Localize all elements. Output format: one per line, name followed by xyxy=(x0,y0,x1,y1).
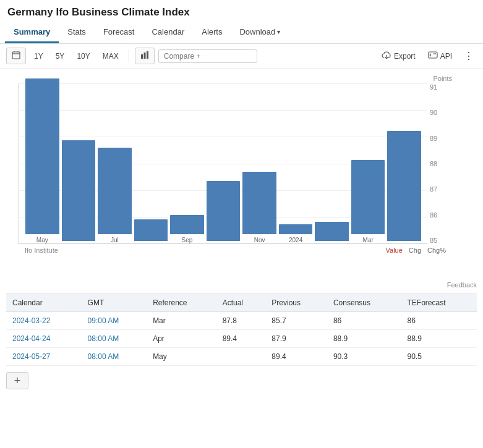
svg-rect-6 xyxy=(147,51,148,59)
table-row: 2024-04-2408:00 AMApr89.487.988.988.9 xyxy=(6,330,477,348)
table-header-row: Calendar GMT Reference Actual Previous C… xyxy=(6,294,477,312)
export-text: Export xyxy=(394,52,416,61)
bar[interactable] xyxy=(242,172,276,234)
td-te-forecast: 86 xyxy=(401,312,477,330)
td-reference: Apr xyxy=(147,330,216,348)
feedback-button[interactable]: Feedback xyxy=(0,280,483,294)
y-axis-label: Points xyxy=(19,75,452,82)
svg-rect-4 xyxy=(141,54,143,59)
calendar-table: Calendar GMT Reference Actual Previous C… xyxy=(6,294,477,366)
td-gmt: 08:00 AM xyxy=(82,330,147,348)
add-row-button[interactable]: + xyxy=(6,372,28,389)
y-label-91: 91 xyxy=(430,83,452,91)
bar[interactable] xyxy=(170,215,204,234)
y-label-86: 86 xyxy=(430,211,452,219)
bar-chart-icon xyxy=(140,51,149,61)
toolbar: 1Y 5Y 10Y MAX Value Export xyxy=(0,44,483,69)
chart-area: Points MayJulSepNov2024Mar 91 90 89 88 8… xyxy=(0,69,483,280)
tab-calendar[interactable]: Calendar xyxy=(143,22,193,43)
bar-label: Sep xyxy=(182,237,193,243)
api-icon xyxy=(428,51,438,61)
api-button[interactable]: API xyxy=(424,49,456,62)
y-label-90: 90 xyxy=(430,109,452,116)
y-label-87: 87 xyxy=(430,185,452,193)
tab-bar: Summary Stats Forecast Calendar Alerts D… xyxy=(0,22,483,44)
bar[interactable] xyxy=(25,78,59,234)
chart-footer: Ifo Institute Value Chg Chg% xyxy=(19,244,452,255)
chart-type-button[interactable] xyxy=(135,48,155,64)
th-te-forecast: TEForecast xyxy=(401,294,477,312)
bar[interactable] xyxy=(98,148,132,234)
period-5y-button[interactable]: 5Y xyxy=(51,50,69,62)
chg-label: Chg xyxy=(409,247,421,254)
svg-rect-5 xyxy=(143,53,145,59)
tab-download[interactable]: Download ▾ xyxy=(231,22,289,43)
bar[interactable] xyxy=(387,131,421,242)
chevron-down-icon: ▾ xyxy=(277,28,280,35)
bar[interactable] xyxy=(134,219,168,241)
td-gmt: 08:00 AM xyxy=(82,348,147,366)
chg-pct-label: Chg% xyxy=(427,247,446,254)
bar[interactable] xyxy=(351,160,385,234)
bar[interactable] xyxy=(315,222,349,241)
calendar-button[interactable] xyxy=(6,48,26,64)
td-reference: May xyxy=(147,348,216,366)
bar-group xyxy=(207,181,241,243)
bar-group xyxy=(134,219,168,243)
bar-label: 2024 xyxy=(289,237,302,243)
bar-group: 2024 xyxy=(279,224,313,243)
y-label-88: 88 xyxy=(430,160,452,167)
td-te-forecast: 88.9 xyxy=(401,330,477,348)
bar-label: Nov xyxy=(254,237,265,243)
td-calendar: 2024-05-27 xyxy=(6,348,82,366)
td-te-forecast: 90.5 xyxy=(401,348,477,366)
table-row: 2024-03-2209:00 AMMar87.885.78686 xyxy=(6,312,477,330)
th-previous: Previous xyxy=(265,294,327,312)
export-button[interactable]: Value Export xyxy=(378,49,419,62)
td-previous: 87.9 xyxy=(265,330,327,348)
td-consensus: 88.9 xyxy=(327,330,401,348)
chart-source: Ifo Institute xyxy=(25,247,58,254)
toolbar-right: Value Export API ⋮ xyxy=(378,49,477,63)
td-previous: 89.4 xyxy=(265,348,327,366)
value-link[interactable]: Value xyxy=(386,247,403,254)
svg-line-10 xyxy=(430,55,431,56)
bar-group: Sep xyxy=(170,215,204,243)
td-previous: 85.7 xyxy=(265,312,327,330)
more-options-button[interactable]: ⋮ xyxy=(461,49,477,63)
cloud-icon xyxy=(382,51,391,61)
compare-input[interactable] xyxy=(158,49,257,63)
chart-footer-right: Value Chg Chg% xyxy=(386,247,446,254)
td-calendar: 2024-03-22 xyxy=(6,312,82,330)
tab-alerts[interactable]: Alerts xyxy=(193,22,231,43)
bar-group xyxy=(387,131,421,244)
bar-label: Jul xyxy=(111,237,119,243)
bar[interactable] xyxy=(62,140,96,241)
bar-label: Mar xyxy=(363,237,374,243)
toolbar-divider-1 xyxy=(129,50,129,62)
bar[interactable] xyxy=(207,181,241,241)
th-reference: Reference xyxy=(147,294,216,312)
period-10y-button[interactable]: 10Y xyxy=(72,50,94,62)
th-gmt: GMT xyxy=(82,294,147,312)
td-gmt: 09:00 AM xyxy=(82,312,147,330)
y-label-89: 89 xyxy=(430,135,452,142)
bar-group xyxy=(315,222,349,243)
y-label-85: 85 xyxy=(430,237,452,244)
page-title: Germany Ifo Business Climate Index xyxy=(0,0,483,22)
th-consensus: Consensus xyxy=(327,294,401,312)
tab-stats[interactable]: Stats xyxy=(59,22,95,43)
tab-summary[interactable]: Summary xyxy=(5,22,59,43)
period-max-button[interactable]: MAX xyxy=(98,50,123,62)
api-label: API xyxy=(440,52,452,61)
th-actual: Actual xyxy=(216,294,266,312)
bar-group xyxy=(62,140,96,243)
bar-chart: MayJulSepNov2024Mar xyxy=(19,83,427,244)
td-actual: 89.4 xyxy=(216,330,266,348)
svg-rect-0 xyxy=(12,52,20,59)
bar-group: May xyxy=(25,78,59,243)
tab-forecast[interactable]: Forecast xyxy=(95,22,143,43)
bar[interactable] xyxy=(279,224,313,234)
period-1y-button[interactable]: 1Y xyxy=(30,50,48,62)
calendar-icon xyxy=(12,51,20,61)
